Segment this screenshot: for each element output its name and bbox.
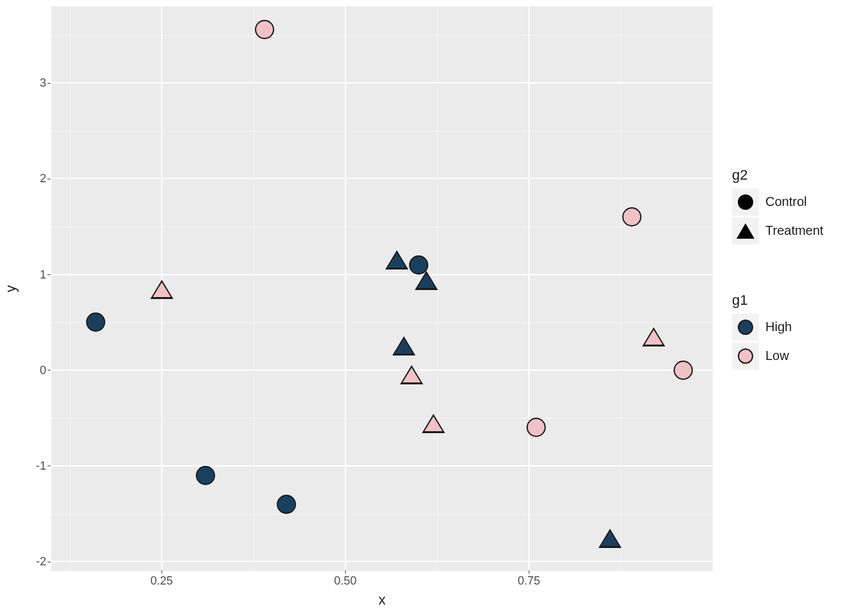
legend-g1: g1 High Low [732,292,792,370]
x-tick-label: 0.25 [150,574,173,588]
x-axis-title: x [51,592,713,608]
data-point [255,20,274,39]
data-point [622,207,641,227]
gridline-minor-v [621,6,622,571]
triangle-icon [737,223,754,239]
gridline-h [51,465,713,466]
gridline-h [51,178,713,179]
data-point [598,529,622,548]
y-axis-label-text: y [2,286,19,293]
legend-g2: g2 Control Treatment [732,167,823,245]
x-tick-label: 0.50 [334,574,356,588]
data-point [415,271,438,290]
chart-container: x y 0.250.500.75 -2-10123 g2 Control Tre… [0,0,863,616]
point-triangle-icon [385,250,408,270]
legend-g1-item-high: High [732,312,792,341]
gridline-minor-h [51,322,713,323]
point-triangle-icon [400,365,423,384]
data-point [150,280,173,299]
gridline-h [51,370,713,371]
legend-g2-item-treatment: Treatment [732,216,823,245]
legend-g2-label-treatment: Treatment [765,223,823,238]
y-tick-label: 2 [8,172,46,185]
y-tick-label: 3 [8,76,46,90]
high-color-swatch-icon [738,320,753,335]
y-tick-label: -2 [8,555,46,569]
data-point [527,418,546,437]
point-circle-icon [255,20,274,39]
x-tick-label: 0.75 [518,574,540,588]
plot-panel [51,6,713,571]
legend-g1-item-low: Low [732,341,792,370]
data-point [385,250,408,270]
data-point [642,327,665,346]
legend-g2-item-control: Control [732,187,823,216]
point-triangle-icon [642,327,665,346]
gridline-minor-h [51,131,713,132]
gridline-minor-h [51,514,713,515]
gridline-v [345,6,346,571]
y-tick-label: -1 [8,459,46,472]
data-point [400,365,423,384]
point-circle-icon [277,495,296,514]
data-point [86,312,105,332]
point-circle-icon [196,466,215,485]
y-tick-label: 1 [8,268,46,281]
data-point [674,361,693,380]
data-point [392,336,415,355]
point-circle-icon [622,207,641,227]
gridline-minor-h [51,35,713,36]
gridline-v [528,6,530,571]
gridline-h [51,561,713,562]
legend-g1-label-high: High [765,320,792,334]
point-triangle-icon [598,529,622,548]
y-axis-title: y [3,6,17,571]
point-triangle-icon [415,271,438,290]
x-axis-label-text: x [379,592,386,608]
data-point [196,466,215,485]
point-circle-icon [86,312,105,332]
legend-g1-label-low: Low [765,348,789,363]
point-circle-icon [674,361,693,380]
gridline-minor-v [254,6,254,571]
legend-g2-label-control: Control [765,194,806,209]
point-circle-icon [527,418,546,437]
point-triangle-icon [422,414,445,433]
low-color-swatch-icon [738,348,753,364]
point-triangle-icon [150,280,173,299]
gridline-h [51,82,713,83]
data-point [277,495,296,514]
legend-key-low [732,343,759,370]
legend-key-high [732,314,759,341]
legend-key-control [732,189,759,216]
y-tick-label: 0 [8,363,46,377]
gridline-minor-v [70,6,71,571]
legend-g1-title: g1 [732,292,792,309]
circle-icon [738,194,753,210]
legend-g2-title: g2 [732,167,823,184]
gridline-h [51,274,713,275]
legend-key-treatment [732,218,759,244]
point-triangle-icon [392,336,415,355]
gridline-minor-h [51,418,713,418]
data-point [422,414,445,433]
gridline-minor-h [51,227,713,227]
